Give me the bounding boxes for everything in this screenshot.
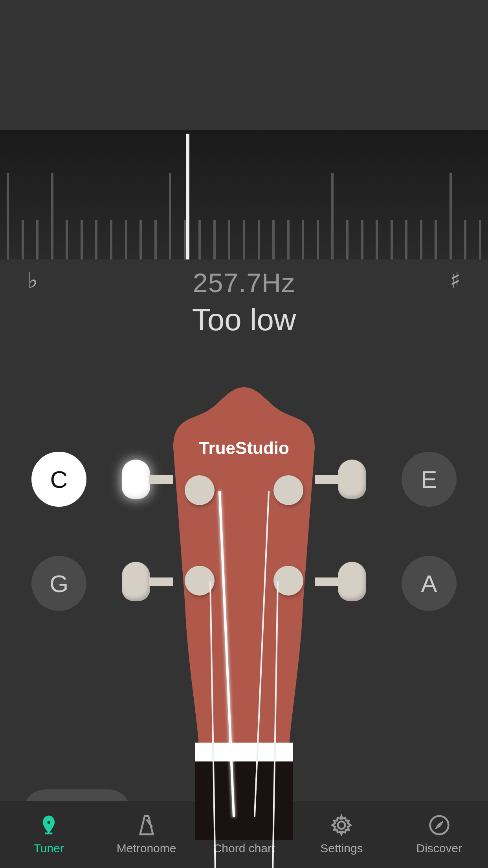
meter-tick [317,220,319,259]
string-post [185,475,215,505]
fretboard [195,761,293,840]
note-label: A [421,570,437,598]
nav-label: Settings [320,842,363,855]
meter-tick [258,220,260,259]
note-button-a[interactable]: A [402,556,457,611]
nav-label: Discover [416,842,462,855]
compass-icon [428,814,450,836]
meter-tick [7,173,9,259]
meter-tick [331,173,334,259]
note-button-e[interactable]: E [402,452,457,507]
meter-tick [22,220,24,259]
meter-tick [391,220,393,259]
tuner-icon [38,814,60,836]
meter-tick [302,220,304,259]
brand-label: TrueStudio [199,438,289,458]
tuning-peg-e[interactable] [338,460,366,499]
meter-tick [464,220,466,259]
meter-tick [376,220,378,259]
meter-tick [361,220,363,259]
nav-metronome[interactable]: Metronome [97,801,195,868]
meter-tick [95,220,97,259]
frequency-readout: 257.7Hz [0,267,488,298]
tuning-peg-a[interactable] [338,562,366,601]
note-button-g[interactable]: G [31,556,86,611]
nav-label: Chord chart [213,842,275,855]
meter-tick [420,220,422,259]
meter-tick [81,220,83,259]
tuning-status: Too low [0,302,488,338]
note-label: E [421,465,437,493]
meter-tick [66,220,68,259]
string-post [273,475,303,505]
meter-tick [287,220,290,259]
meter-tick [479,220,481,259]
tuner-meter [0,130,488,259]
note-label: C [50,465,68,493]
nav-label: Tuner [34,842,64,855]
meter-tick [184,220,186,259]
tuning-peg-c[interactable] [122,460,150,499]
meter-tick [169,173,171,259]
nav-label: Metronome [117,842,176,855]
meter-tick [51,173,53,259]
nut [195,743,293,761]
status-bar-spacer [0,0,488,130]
flat-symbol: ♭ [28,267,38,293]
meter-tick [243,220,245,259]
meter-tick [198,220,201,259]
sharp-symbol: ♯ [450,267,460,293]
meter-tick [435,220,437,259]
meter-tick [125,220,127,259]
meter-tick [228,220,230,259]
note-label: G [50,570,68,598]
metronome-icon [136,814,158,836]
meter-tick [139,220,142,259]
nav-tuner[interactable]: Tuner [0,801,97,868]
meter-tick [154,220,157,259]
meter-tick [346,220,349,259]
meter-tick [110,220,112,259]
meter-tick [213,220,216,259]
meter-tick [405,220,407,259]
tuning-peg-g[interactable] [122,562,150,601]
meter-tick [36,220,39,259]
nav-discover[interactable]: Discover [391,801,488,868]
note-button-c[interactable]: C [31,452,86,507]
meter-tick [272,220,275,259]
nav-settings[interactable]: Settings [293,801,390,868]
meter-needle [186,134,189,259]
gear-icon [330,814,352,836]
headstock-area: C E G A TrueStudio Ukulele [0,385,488,849]
readout: ♭ ♯ 257.7Hz Too low [0,259,488,338]
meter-tick [449,173,452,259]
